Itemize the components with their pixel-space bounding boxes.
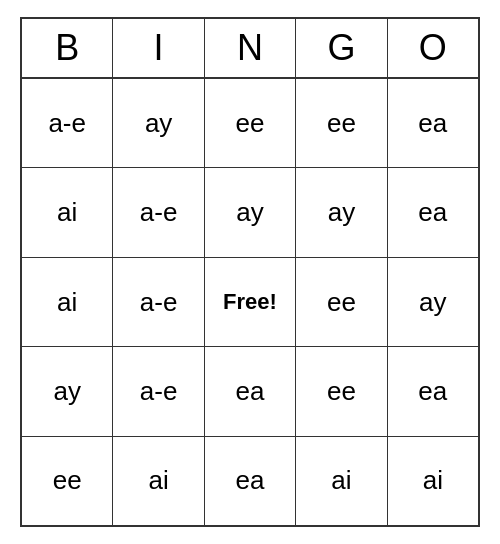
header-cell-i: I bbox=[113, 19, 204, 77]
bingo-cell-0-1: ay bbox=[113, 79, 204, 167]
header-cell-g: G bbox=[296, 19, 387, 77]
bingo-cell-2-3: ee bbox=[296, 258, 387, 346]
bingo-cell-2-4: ay bbox=[388, 258, 478, 346]
bingo-cell-0-4: ea bbox=[388, 79, 478, 167]
bingo-row-1: aia-eayayea bbox=[22, 168, 478, 257]
header-cell-o: O bbox=[388, 19, 478, 77]
bingo-cell-4-0: ee bbox=[22, 437, 113, 525]
bingo-card: BINGO a-eayeeeeeaaia-eayayeaaia-eFree!ee… bbox=[20, 17, 480, 527]
bingo-cell-3-1: a-e bbox=[113, 347, 204, 435]
bingo-cell-1-0: ai bbox=[22, 168, 113, 256]
bingo-cell-2-2: Free! bbox=[205, 258, 296, 346]
bingo-row-4: eeaieaaiai bbox=[22, 437, 478, 525]
header-cell-b: B bbox=[22, 19, 113, 77]
bingo-body: a-eayeeeeeaaia-eayayeaaia-eFree!eeayaya-… bbox=[22, 79, 478, 525]
bingo-cell-1-3: ay bbox=[296, 168, 387, 256]
bingo-cell-4-4: ai bbox=[388, 437, 478, 525]
bingo-header: BINGO bbox=[22, 19, 478, 79]
bingo-cell-4-2: ea bbox=[205, 437, 296, 525]
bingo-cell-4-1: ai bbox=[113, 437, 204, 525]
bingo-cell-3-2: ea bbox=[205, 347, 296, 435]
bingo-cell-3-0: ay bbox=[22, 347, 113, 435]
bingo-row-0: a-eayeeeeea bbox=[22, 79, 478, 168]
bingo-cell-0-0: a-e bbox=[22, 79, 113, 167]
bingo-row-3: aya-eeaeeea bbox=[22, 347, 478, 436]
bingo-cell-4-3: ai bbox=[296, 437, 387, 525]
bingo-cell-2-0: ai bbox=[22, 258, 113, 346]
bingo-row-2: aia-eFree!eeay bbox=[22, 258, 478, 347]
bingo-cell-1-4: ea bbox=[388, 168, 478, 256]
bingo-cell-1-1: a-e bbox=[113, 168, 204, 256]
header-cell-n: N bbox=[205, 19, 296, 77]
bingo-cell-0-3: ee bbox=[296, 79, 387, 167]
bingo-cell-3-3: ee bbox=[296, 347, 387, 435]
bingo-cell-3-4: ea bbox=[388, 347, 478, 435]
bingo-cell-2-1: a-e bbox=[113, 258, 204, 346]
bingo-cell-1-2: ay bbox=[205, 168, 296, 256]
bingo-cell-0-2: ee bbox=[205, 79, 296, 167]
